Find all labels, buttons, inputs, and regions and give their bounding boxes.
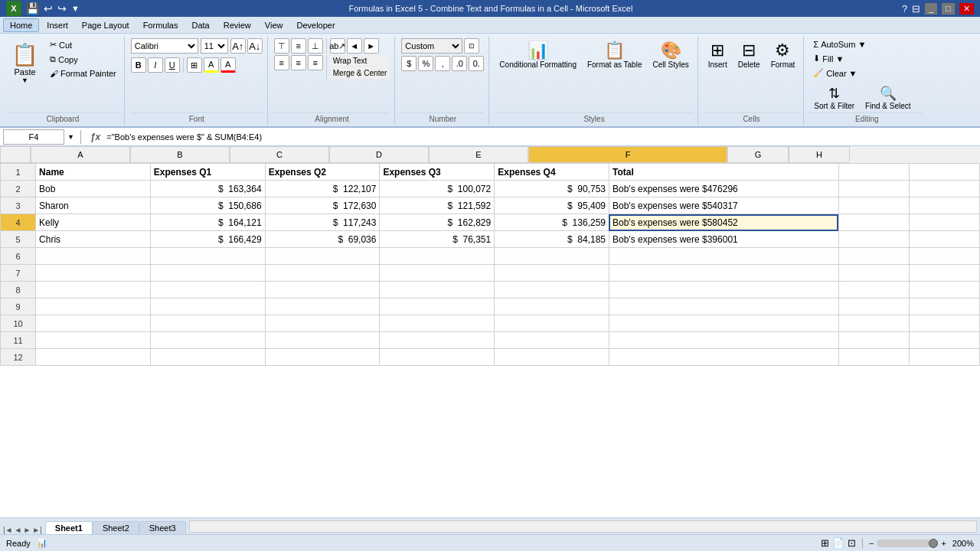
cell-f10[interactable]	[609, 315, 838, 332]
font-color-button[interactable]: A	[220, 57, 236, 73]
cell-b9[interactable]	[150, 298, 265, 315]
cell-styles-button[interactable]: 🎨 Cell Styles	[648, 38, 692, 71]
row-header-8[interactable]: 8	[1, 282, 36, 298]
cell-h3[interactable]	[909, 197, 979, 214]
row-header-10[interactable]: 10	[1, 315, 36, 332]
cell-a4[interactable]: Kelly	[36, 214, 151, 231]
fill-button[interactable]: ⬇ Fill ▼	[810, 52, 847, 65]
cell-b12[interactable]	[150, 349, 265, 366]
cell-c10[interactable]	[265, 315, 380, 332]
sheet-tab-1[interactable]: Sheet1	[45, 521, 93, 534]
align-bottom-button[interactable]: ⊥	[308, 38, 323, 54]
clear-dropdown-icon[interactable]: ▼	[849, 69, 858, 78]
orientation-button[interactable]: ab↗	[330, 38, 345, 54]
fill-color-button[interactable]: A	[204, 57, 219, 73]
cell-e4[interactable]: $ 136,259	[495, 214, 609, 231]
cell-h9[interactable]	[909, 298, 979, 315]
normal-view-button[interactable]: ⊞	[821, 537, 829, 549]
zoom-in-button[interactable]: +	[941, 539, 946, 548]
cell-d2[interactable]: $ 100,072	[380, 181, 495, 197]
name-box[interactable]: F4	[3, 129, 64, 145]
currency-button[interactable]: $	[401, 56, 416, 71]
function-button[interactable]: ƒx	[87, 132, 103, 142]
cell-f7[interactable]	[609, 265, 838, 282]
cell-d9[interactable]	[380, 298, 495, 315]
col-header-a[interactable]: A	[31, 146, 130, 163]
indent-increase-button[interactable]: ►	[364, 38, 379, 54]
cell-e10[interactable]	[495, 315, 609, 332]
cell-d3[interactable]: $ 121,592	[380, 197, 495, 214]
cell-a9[interactable]	[36, 298, 151, 315]
align-right-button[interactable]: ≡	[308, 55, 323, 70]
cell-a1[interactable]: Name	[36, 164, 151, 181]
cell-e8[interactable]	[495, 282, 609, 298]
row-header-3[interactable]: 3	[1, 197, 36, 214]
bold-button[interactable]: B	[131, 57, 146, 73]
col-header-c[interactable]: C	[230, 146, 329, 163]
cut-button[interactable]: ✂ Cut	[47, 38, 119, 51]
row-header-2[interactable]: 2	[1, 181, 36, 197]
cell-h4[interactable]	[909, 214, 979, 231]
align-top-button[interactable]: ⊤	[274, 38, 289, 54]
cell-a11[interactable]	[36, 332, 151, 349]
cell-a8[interactable]	[36, 282, 151, 298]
close-window-icon[interactable]: ✕	[959, 3, 974, 15]
cell-g11[interactable]	[838, 332, 909, 349]
cell-d1[interactable]: Expenses Q3	[380, 164, 495, 181]
format-painter-button[interactable]: 🖌 Format Painter	[47, 67, 119, 80]
decrease-font-button[interactable]: A↓	[247, 38, 263, 54]
cell-e3[interactable]: $ 95,409	[495, 197, 609, 214]
cell-b6[interactable]	[150, 248, 265, 265]
menu-developer[interactable]: Developer	[290, 19, 341, 31]
quick-access-customize[interactable]: ▼	[71, 4, 80, 13]
number-format-select[interactable]: Custom	[401, 38, 462, 54]
cell-c1[interactable]: Expenses Q2	[265, 164, 380, 181]
cell-a12[interactable]	[36, 349, 151, 366]
increase-font-button[interactable]: A↑	[230, 38, 246, 54]
cell-g10[interactable]	[838, 315, 909, 332]
indent-decrease-button[interactable]: ◄	[347, 38, 362, 54]
format-table-button[interactable]: 📋 Format as Table	[583, 38, 646, 71]
conditional-formatting-button[interactable]: 📊 Conditional Formatting	[495, 38, 580, 71]
row-header-5[interactable]: 5	[1, 231, 36, 248]
dropdown-arrow-icon[interactable]: ▼	[67, 133, 74, 141]
cell-h12[interactable]	[909, 349, 979, 366]
cell-c7[interactable]	[265, 265, 380, 282]
cell-d4[interactable]: $ 162,829	[380, 214, 495, 231]
cell-h2[interactable]	[909, 181, 979, 197]
cell-g5[interactable]	[838, 231, 909, 248]
cell-g9[interactable]	[838, 298, 909, 315]
cell-e12[interactable]	[495, 349, 609, 366]
sheet-nav-prev[interactable]: ◄	[15, 526, 22, 534]
cell-d11[interactable]	[380, 332, 495, 349]
border-button[interactable]: ⊞	[187, 57, 202, 73]
row-header-6[interactable]: 6	[1, 248, 36, 265]
col-header-d[interactable]: D	[329, 146, 429, 163]
cell-f5[interactable]: Bob's expenses were $396001	[609, 231, 838, 248]
cell-e1[interactable]: Expenses Q4	[495, 164, 609, 181]
quick-access-save[interactable]: 💾	[26, 2, 39, 15]
autosum-dropdown-icon[interactable]: ▼	[858, 40, 866, 49]
cell-g2[interactable]	[838, 181, 909, 197]
cell-d7[interactable]	[380, 265, 495, 282]
cell-a6[interactable]	[36, 248, 151, 265]
menu-data[interactable]: Data	[185, 19, 215, 31]
zoom-out-button[interactable]: −	[869, 539, 874, 548]
cell-b7[interactable]	[150, 265, 265, 282]
cell-g6[interactable]	[838, 248, 909, 265]
cell-f2[interactable]: Bob's expenses were $476296	[609, 181, 838, 197]
cell-h8[interactable]	[909, 282, 979, 298]
cell-h7[interactable]	[909, 265, 979, 282]
format-button[interactable]: ⚙ Format	[767, 38, 799, 71]
help-icon[interactable]: ?	[902, 3, 907, 15]
cell-a7[interactable]	[36, 265, 151, 282]
percent-button[interactable]: %	[418, 56, 433, 71]
horizontal-scrollbar[interactable]	[189, 520, 977, 533]
zoom-slider[interactable]	[877, 540, 938, 547]
fill-dropdown-icon[interactable]: ▼	[835, 54, 844, 64]
cell-c3[interactable]: $ 172,630	[265, 197, 380, 214]
col-header-h[interactable]: H	[789, 146, 850, 163]
page-break-view-button[interactable]: ⊡	[848, 537, 856, 549]
cell-f3[interactable]: Bob's expenses were $540317	[609, 197, 838, 214]
restore-window-icon[interactable]: □	[942, 3, 955, 15]
